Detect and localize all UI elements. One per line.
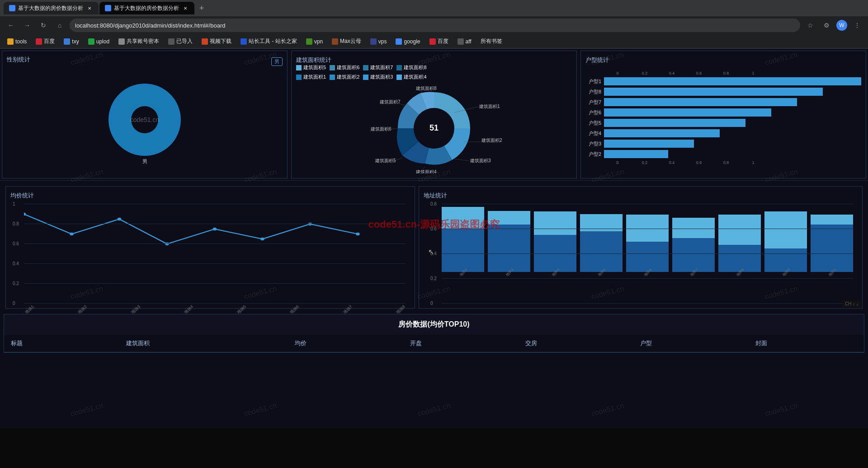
address-bar[interactable]: localhost:8080/django2010d/admin/dist/in… (70, 19, 800, 32)
dashboard: 性别统计 男 code51.cn 男 建筑面积统计 建筑面 (0, 49, 868, 428)
tab-2[interactable]: 基于大数据的房价数据分析 ✕ (99, 2, 194, 14)
legend-area5-label: 建筑面积5 (303, 64, 326, 71)
bookmark-imported-label: 已导入 (176, 37, 193, 45)
bar-dark-1 (442, 229, 484, 272)
bookmark-all[interactable]: 所有书签 (478, 37, 505, 46)
legend-area7: 建筑面积7 (363, 64, 393, 71)
bar-dark-7 (718, 245, 761, 272)
svg-point-25 (213, 228, 217, 231)
bar-group-6: 地块7 (672, 218, 715, 279)
bookmark-video-download[interactable]: 视频下载 (199, 37, 234, 46)
bookmark-baidu2-label: 百度 (438, 37, 448, 45)
bar-group-7: 地块8 (718, 215, 761, 279)
bookmark-tools-label: tools (15, 38, 27, 45)
reload-button[interactable]: ↻ (37, 19, 50, 32)
hbar-label-type5: 户型5 (585, 120, 601, 126)
bookmark-vpn[interactable]: vpn (303, 37, 326, 46)
avg-price-panel: 均价统计 0 0.2 0.4 0.6 0.8 1 (5, 186, 415, 309)
bookmark-baidu2[interactable]: 百度 (427, 37, 451, 46)
hbar-fill-type5 (604, 119, 745, 127)
x-label-block1: 地块1 (24, 304, 35, 315)
x-bottom-06: 0.6 (685, 160, 712, 165)
legend-area1-label: 建筑面积1 (303, 74, 326, 80)
grid-label-1: 1 (13, 201, 15, 206)
stacked-bar-2 (488, 211, 530, 272)
hbar-track-type5 (604, 119, 861, 127)
stacked-bar-7 (718, 215, 761, 272)
svg-point-23 (118, 218, 121, 221)
bookmark-webmaster-icon (241, 38, 247, 45)
bookmark-webmaster-label: 站长工具 - 站长之家 (249, 37, 297, 45)
extensions-btn[interactable]: ⚙ (820, 19, 833, 32)
legend-area3-dot (363, 75, 368, 80)
bookmark-star[interactable]: ☆ (804, 19, 816, 32)
bookmark-aff[interactable]: aff (455, 37, 474, 46)
bookmark-baidu1[interactable]: 百度 (33, 37, 57, 46)
bookmark-webmaster[interactable]: 站长工具 - 站长之家 (238, 37, 300, 46)
legend-area1: 建筑面积1 (296, 74, 326, 80)
loc-grid-label-06: 0.6 (430, 226, 437, 231)
hbar-row-type7: 户型7 (585, 98, 861, 106)
bookmark-max-label: Max云母 (340, 37, 361, 45)
bookmark-tools[interactable]: tools (5, 37, 29, 46)
bar-group-4: 地块5 (580, 214, 623, 279)
svg-text:建筑面积4: 建筑面积4 (415, 169, 437, 173)
legend-area2-label: 建筑面积2 (337, 74, 359, 80)
x-bottom-02: 0.2 (631, 160, 658, 165)
gender-chart: code51.cn 男 (7, 70, 283, 169)
charts-row-2: 均价统计 0 0.2 0.4 0.6 0.8 1 (4, 184, 864, 310)
bookmark-uplod[interactable]: uplod (85, 37, 112, 46)
back-button[interactable]: ← (5, 19, 17, 32)
browser-controls: ← → ↻ ⌂ localhost:8080/django2010d/admin… (0, 16, 868, 34)
legend-area5: 建筑面积5 (296, 64, 326, 71)
col-open-date: 开盘 (403, 335, 519, 352)
x-label-block5: 地块5 (236, 304, 247, 315)
tab-1-favicon (9, 5, 15, 11)
bookmark-vps[interactable]: vps (368, 37, 390, 46)
tab-1[interactable]: 基于大数据的房价数据分析 ✕ (4, 2, 99, 14)
area-donut-svg: 51 建筑面积1 建筑面积2 建筑面积3 建筑面积4 建筑面积5 建筑面积6 建… (366, 83, 502, 173)
hbar-row-type5: 户型5 (585, 119, 861, 127)
tab-2-close[interactable]: ✕ (182, 5, 189, 12)
loc-grid-label-08: 0.8 (430, 201, 437, 206)
bar-light-7 (718, 215, 761, 245)
stacked-bar-4 (580, 214, 623, 272)
hbar-row-type6: 户型6 (585, 108, 861, 117)
legend-area3-label: 建筑面积3 (370, 74, 393, 80)
home-button[interactable]: ⌂ (53, 19, 66, 32)
area-stat-panel: 建筑面积统计 建筑面积5 建筑面积6 建筑面积7 建筑面积8 (291, 51, 577, 178)
bookmark-txy[interactable]: txy (61, 37, 81, 46)
tab-1-close[interactable]: ✕ (86, 5, 93, 12)
bookmark-google[interactable]: google (393, 37, 423, 46)
forward-button[interactable]: → (21, 19, 33, 32)
bar-dark-9 (811, 225, 853, 272)
loc-grid-04: 0.4 (442, 253, 853, 254)
menu-btn[interactable]: ⋮ (851, 19, 863, 32)
x-label-02: 0.2 (631, 71, 658, 75)
bookmark-max[interactable]: Max云母 (329, 37, 364, 46)
bar-group-8: 地块9 (764, 211, 807, 279)
avg-price-title: 均价统计 (10, 192, 34, 199)
new-tab-button[interactable]: + (195, 2, 208, 14)
location-stat-title: 地址统计 (424, 192, 447, 199)
hbar-track-type1 (604, 77, 861, 85)
legend-area8-dot (396, 65, 402, 70)
bookmark-vpn-icon (306, 38, 312, 45)
legend-area7-label: 建筑面积7 (370, 64, 393, 71)
grid-label-08: 0.8 (13, 221, 19, 226)
bar-dark-2 (488, 225, 530, 272)
svg-point-27 (308, 223, 312, 226)
gender-legend: 男 (271, 57, 283, 66)
bookmark-shared-account[interactable]: 共享账号密本 (116, 37, 162, 46)
bar-light-8 (764, 211, 807, 248)
col-delivery: 交房 (519, 335, 634, 352)
legend-area4: 建筑面积4 (396, 74, 426, 80)
bookmarks-bar: tools 百度 txy uplod 共享账号密本 已导入 视频下载 站长工具 (0, 34, 868, 49)
bar-group-1: 地块2 (442, 207, 484, 279)
svg-text:建筑面积1: 建筑面积1 (479, 104, 500, 109)
bar-group-5: 地块6 (626, 215, 669, 279)
bookmark-aff-label: aff (466, 38, 472, 45)
bookmark-all-label: 所有书签 (481, 37, 502, 45)
bookmark-imported[interactable]: 已导入 (165, 37, 195, 46)
profile-btn[interactable]: W (836, 20, 847, 31)
